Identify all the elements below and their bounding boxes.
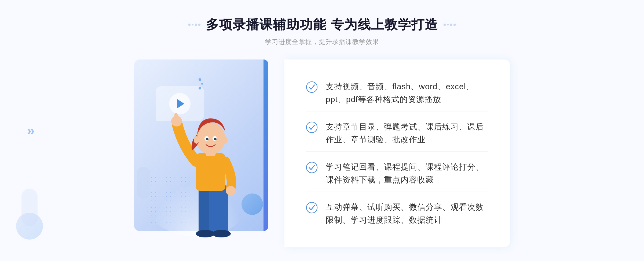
svg-rect-1 (209, 185, 228, 234)
svg-point-18 (306, 162, 317, 173)
features-panel: 支持视频、音频、flash、word、excel、ppt、pdf等各种格式的资源… (284, 59, 510, 247)
illustration-area (134, 59, 284, 247)
feature-text-1: 支持视频、音频、flash、word、excel、ppt、pdf等各种格式的资源… (326, 80, 488, 106)
page-title: 多项录播课辅助功能 专为线上教学打造 (206, 16, 438, 33)
sparkle-decoration (199, 78, 203, 90)
deco-rect-bottom-left (21, 189, 38, 226)
feature-text-2: 支持章节目录、弹题考试、课后练习、课后作业、章节测验、批改作业 (326, 120, 488, 146)
svg-point-2 (196, 230, 215, 237)
title-row: 多项录播课辅助功能 专为线上教学打造 (188, 16, 455, 33)
title-decorator-right (444, 24, 456, 26)
svg-point-16 (306, 82, 317, 92)
page-container: » 多项录播课辅助功能 专为线上教学打造 学习进度全掌握，提升录播课教学效果 (0, 0, 644, 261)
svg-point-13 (214, 138, 217, 140)
check-icon-1 (306, 81, 318, 93)
feature-text-4: 互动弹幕、试听购买、微信分享、观看次数限制、学习进度跟踪、数据统计 (326, 201, 488, 226)
svg-rect-6 (174, 113, 178, 122)
accent-bar (264, 59, 268, 231)
sparkle-dot-3 (199, 87, 201, 90)
feature-item-1: 支持视频、音频、flash、word、excel、ppt、pdf等各种格式的资源… (306, 75, 488, 111)
svg-point-19 (306, 202, 317, 213)
feature-item-3: 学习笔记回看、课程提问、课程评论打分、课件资料下载，重点内容收藏 (306, 155, 488, 192)
check-icon-4 (306, 202, 318, 214)
svg-point-3 (212, 230, 231, 237)
svg-point-7 (226, 186, 236, 196)
feature-item-4: 互动弹幕、试听购买、微信分享、观看次数限制、学习进度跟踪、数据统计 (306, 195, 488, 232)
deco-bar-left (137, 167, 150, 199)
left-chevron-decoration: » (27, 122, 35, 139)
feature-text-3: 学习笔记回看、课程提问、课程评论打分、课件资料下载，重点内容收藏 (326, 161, 488, 186)
svg-point-12 (206, 138, 208, 140)
main-content: 支持视频、音频、flash、word、excel、ppt、pdf等各种格式的资源… (134, 59, 510, 247)
page-subtitle: 学习进度全掌握，提升录播课教学效果 (265, 38, 379, 46)
feature-item-2: 支持章节目录、弹题考试、课后练习、课后作业、章节测验、批改作业 (306, 115, 488, 152)
sparkle-dot-1 (199, 78, 201, 81)
title-decorator-left (188, 24, 200, 26)
check-icon-3 (306, 162, 318, 173)
person-illustration (166, 97, 252, 247)
check-icon-2 (306, 121, 318, 133)
sparkle-dot-2 (201, 83, 203, 85)
svg-point-15 (222, 136, 228, 144)
svg-point-17 (306, 122, 317, 133)
header-section: 多项录播课辅助功能 专为线上教学打造 学习进度全掌握，提升录播课教学效果 (0, 16, 644, 46)
svg-point-14 (194, 136, 199, 144)
